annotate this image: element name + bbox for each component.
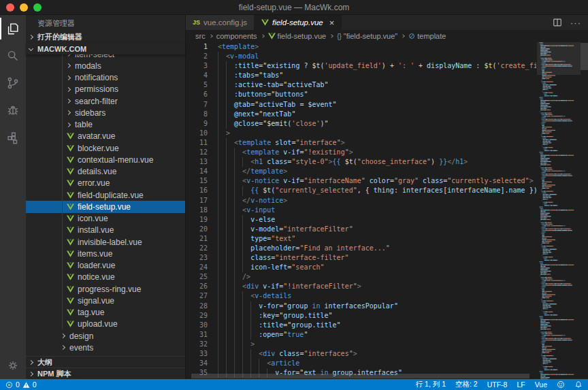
code-line-14[interactable]: </template>: [218, 167, 536, 176]
tree-file-signal.vue[interactable]: signal.vue: [26, 295, 185, 306]
activity-extensions-icon[interactable]: [0, 124, 26, 151]
line-number[interactable]: 6: [186, 90, 208, 99]
line-number[interactable]: 2: [186, 52, 208, 61]
problems-status[interactable]: 0 0: [5, 380, 37, 389]
tree-folder-sidebars[interactable]: sidebars: [26, 107, 185, 118]
code-line-25[interactable]: />: [218, 272, 536, 282]
code-line-31[interactable]: :open="true": [218, 330, 536, 340]
minimap-viewport-slider[interactable]: [537, 42, 581, 75]
tree-folder-design[interactable]: design: [26, 330, 185, 342]
cursor-position[interactable]: 行 1, 列 1: [416, 380, 446, 389]
encoding[interactable]: UTF-8: [487, 380, 508, 389]
tree-file-error.vue[interactable]: error.vue: [26, 178, 185, 189]
more-actions-icon[interactable]: ···: [570, 18, 581, 28]
zoom-window-button[interactable]: [33, 3, 42, 12]
editor-tab-field-setup.vue[interactable]: field-setup.vue×: [255, 15, 342, 30]
section-root-folder[interactable]: MACWK.COM: [26, 43, 185, 54]
breadcrumb-1[interactable]: src: [195, 32, 206, 40]
activity-manage-gear-icon[interactable]: [0, 352, 26, 379]
breadcrumb-5[interactable]: template: [408, 32, 446, 40]
line-number[interactable]: 4: [186, 71, 208, 80]
line-number-gutter[interactable]: 1234567891011121314151617181920212223242…: [186, 42, 212, 379]
code-line-5[interactable]: :active-tab="activeTab": [218, 80, 536, 90]
tree-file-install.vue[interactable]: install.vue: [26, 225, 185, 236]
code-line-6[interactable]: :buttons="buttons": [218, 90, 536, 99]
vertical-scrollbar[interactable]: [581, 43, 588, 70]
tree-file-blocker.vue[interactable]: blocker.vue: [26, 142, 185, 154]
tree-file-field-duplicate.vue[interactable]: field-duplicate.vue: [26, 189, 185, 201]
code-line-3[interactable]: :title="existing ? $t('update_field') + …: [218, 61, 536, 71]
eol-setting[interactable]: LF: [517, 380, 525, 389]
tree-folder-table[interactable]: table: [26, 119, 185, 131]
line-number[interactable]: 16: [186, 186, 208, 195]
line-number[interactable]: 1: [186, 42, 208, 52]
code-line-18[interactable]: <v-input: [218, 206, 536, 215]
section-open-editors[interactable]: 打开的编辑器: [26, 31, 185, 43]
code-line-11[interactable]: <template slot="interface">: [218, 138, 536, 148]
line-number[interactable]: 13: [186, 157, 208, 167]
tree-file-icon.vue[interactable]: icon.vue: [26, 213, 185, 225]
code-line-23[interactable]: class="interface-filter": [218, 253, 536, 263]
tree-folder-item-select[interactable]: item-select: [26, 54, 185, 60]
notifications-bell-icon[interactable]: [574, 380, 583, 389]
code-line-10[interactable]: >: [218, 129, 536, 138]
language-mode[interactable]: Vue: [535, 380, 547, 389]
breadcrumb-2[interactable]: components: [216, 32, 257, 40]
line-number[interactable]: 18: [186, 206, 208, 215]
tree-file-progress-ring.vue[interactable]: progress-ring.vue: [26, 283, 185, 295]
code-line-22[interactable]: placeholder="Find an interface...": [218, 244, 536, 253]
tree-file-invisible-label.vue[interactable]: invisible-label.vue: [26, 236, 185, 248]
line-number[interactable]: 25: [186, 272, 208, 282]
code-line-27[interactable]: <v-details: [218, 291, 536, 301]
tree-file-avatar.vue[interactable]: avatar.vue: [26, 131, 185, 142]
tree-folder-search-filter[interactable]: search-filter: [26, 95, 185, 107]
line-number[interactable]: 3: [186, 61, 208, 71]
line-number[interactable]: 14: [186, 167, 208, 176]
code-line-12[interactable]: <template v-if="!existing">: [218, 148, 536, 157]
code-line-30[interactable]: :title="group.title": [218, 321, 536, 330]
line-number[interactable]: 31: [186, 330, 208, 340]
editor-tab-vue.config.js[interactable]: JSvue.config.js: [186, 15, 255, 30]
breadcrumb-3[interactable]: field-setup.vue: [268, 32, 327, 40]
code-line-26[interactable]: <div v-if="!interfaceFilter">: [218, 282, 536, 291]
tree-folder-permissions[interactable]: permissions: [26, 84, 185, 95]
close-window-button[interactable]: [6, 3, 14, 12]
code-line-15[interactable]: <v-notice v-if="interfaceName" color="gr…: [218, 176, 536, 186]
line-number[interactable]: 30: [186, 321, 208, 330]
code-line-4[interactable]: :tabs="tabs": [218, 71, 536, 80]
line-number[interactable]: 11: [186, 138, 208, 148]
code-line-16[interactable]: {{ $t("currently_selected", { thing: int…: [218, 186, 536, 195]
activity-run-debug-icon[interactable]: [0, 97, 26, 124]
tree-folder-events[interactable]: events: [26, 342, 185, 353]
feedback-smiley-icon[interactable]: [557, 380, 565, 389]
tree-file-details.vue[interactable]: details.vue: [26, 166, 185, 178]
line-number[interactable]: 29: [186, 311, 208, 321]
code-line-32[interactable]: >: [218, 340, 536, 349]
code-line-28[interactable]: v-for="group in interfacesPopular": [218, 302, 536, 311]
activity-explorer-icon[interactable]: [0, 15, 26, 42]
line-number[interactable]: 19: [186, 215, 208, 225]
code-line-17[interactable]: </v-notice>: [218, 196, 536, 206]
code-line-24[interactable]: icon-left="search": [218, 263, 536, 272]
code-editor[interactable]: 1234567891011121314151617181920212223242…: [186, 42, 588, 379]
tab-close-icon[interactable]: ×: [329, 18, 335, 27]
code-line-19[interactable]: v-else: [218, 215, 536, 225]
tree-folder-notifications[interactable]: notifications: [26, 72, 185, 84]
line-number[interactable]: 9: [186, 119, 208, 129]
tree-folder-modals[interactable]: modals: [26, 60, 185, 71]
activity-source-control-icon[interactable]: [0, 69, 26, 97]
line-number[interactable]: 20: [186, 225, 208, 234]
code-line-2[interactable]: <v-modal: [218, 52, 536, 61]
breadcrumb-4[interactable]: {}"field-setup.vue": [337, 32, 397, 40]
tree-file-tag.vue[interactable]: tag.vue: [26, 307, 185, 319]
code-line-13[interactable]: <h1 class="style-0">{{ $t("choose_interf…: [218, 157, 536, 167]
horizontal-scrollbar[interactable]: [191, 374, 529, 378]
tree-file-notice.vue[interactable]: notice.vue: [26, 272, 185, 283]
minimap[interactable]: [537, 42, 581, 379]
section-outline[interactable]: 大纲: [26, 356, 185, 368]
line-number[interactable]: 17: [186, 196, 208, 206]
code-line-34[interactable]: <article: [218, 359, 536, 368]
line-number[interactable]: 7: [186, 100, 208, 110]
line-number[interactable]: 26: [186, 282, 208, 291]
code-line-20[interactable]: v-model="interfaceFilter": [218, 225, 536, 234]
